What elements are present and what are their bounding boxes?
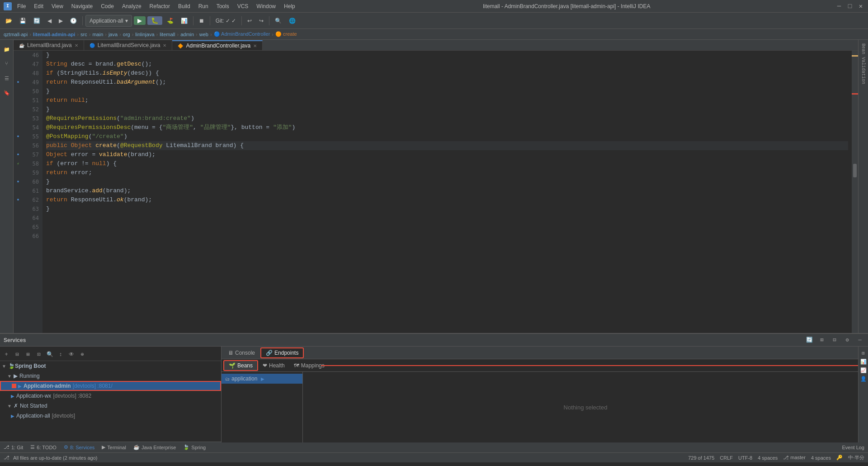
bt-spring[interactable]: 🍃 Spring <box>183 444 206 450</box>
beans-item-application[interactable]: 🗂 application ▶ <box>222 374 302 384</box>
bookmarks-icon[interactable]: 🔖 <box>1 87 13 99</box>
menu-file[interactable]: File <box>14 0 28 12</box>
tree-app-admin[interactable]: ▶ Application-admin [devtools] :8081/ <box>0 381 221 391</box>
panel-btn-3[interactable]: 📈 <box>860 367 867 373</box>
tree-app-wx[interactable]: ▶ Application-wx [devtools] :8082 <box>0 391 221 401</box>
toolbar-refresh[interactable]: 🔄 <box>31 15 43 27</box>
toolbar-back[interactable]: ◀ <box>45 15 54 27</box>
close-tab-admin-brand-controller[interactable]: ✕ <box>253 43 257 48</box>
menu-edit[interactable]: Edit <box>31 0 46 12</box>
minimize-button[interactable]: ─ <box>835 3 843 10</box>
debug-button[interactable]: 🐛 <box>147 16 162 25</box>
encoding-indicator[interactable]: UTF-8 <box>738 455 752 461</box>
run-config-dropdown[interactable]: Application-all ▾ <box>85 15 132 27</box>
toolbar-stop[interactable]: ⏹ <box>196 15 207 27</box>
bt-java-enterprise[interactable]: ☕ Java Enterprise <box>133 444 176 450</box>
tree-expand-btn[interactable]: ⊞ <box>24 350 33 359</box>
toolbar-translate[interactable]: 🌐 <box>286 15 298 27</box>
bc-linlinjava[interactable]: linlinjava <box>135 32 154 37</box>
code-content[interactable]: } String desc = brand.getDesc(); if (Str… <box>42 51 852 333</box>
services-expand-btn[interactable]: ⊟ <box>830 336 839 345</box>
bt-terminal[interactable]: ▶ Terminal <box>102 444 126 450</box>
commit-icon[interactable]: ⑂ <box>1 58 13 70</box>
bc-qztmall[interactable]: qztmall-api <box>4 32 28 37</box>
bc-controller[interactable]: 🔵 AdminBrandController <box>214 31 270 37</box>
bt-services[interactable]: ⚙ 8: Services <box>64 444 94 450</box>
toolbar-recent[interactable]: 🕐 <box>67 15 80 27</box>
services-refresh-btn[interactable]: 🔄 <box>805 336 814 345</box>
tree-spring-boot[interactable]: ▼ 🍃 Spring Boot <box>0 361 221 371</box>
tree-view-btn[interactable]: 👁 <box>67 350 76 359</box>
toolbar-undo[interactable]: ↩ <box>245 15 255 27</box>
bt-git[interactable]: ⎇ 1: Git <box>4 444 23 450</box>
tree-not-started[interactable]: ▼ ✗ Not Started <box>0 401 221 411</box>
bc-main[interactable]: main <box>92 32 103 37</box>
tab-console[interactable]: 🖥 Console <box>223 347 259 358</box>
toolbar-profile[interactable]: 📊 <box>178 15 190 27</box>
beans-play-btn[interactable]: ▶ <box>261 376 264 381</box>
menu-run[interactable]: Run <box>196 0 211 12</box>
tree-collapse-btn[interactable]: ⊟ <box>13 350 22 359</box>
tab-health[interactable]: ❤ Health <box>258 360 289 371</box>
indent-indicator[interactable]: 4 spaces <box>758 455 778 461</box>
tree-add-btn[interactable]: + <box>2 350 11 359</box>
tree-add2-btn[interactable]: ⊕ <box>78 350 87 359</box>
services-hide-btn[interactable]: ─ <box>855 336 864 345</box>
menu-refactor[interactable]: Refactor <box>147 0 173 12</box>
structure-icon[interactable]: ☰ <box>1 72 13 84</box>
tree-split-btn[interactable]: ⊡ <box>34 350 43 359</box>
tree-sort-btn[interactable]: ↕ <box>56 350 65 359</box>
line-col-indicator[interactable]: 729 of 1475 <box>688 455 714 461</box>
tab-beans[interactable]: 🌱 Beans <box>223 360 258 371</box>
tab-litemall-brand[interactable]: ☕ LitemallBrand.java ✕ <box>14 40 84 50</box>
ant-validation-icon[interactable]: Bean Validation <box>861 43 866 84</box>
editor-scrollbar[interactable] <box>852 51 858 333</box>
bc-src[interactable]: src <box>80 32 87 37</box>
menu-vcs[interactable]: VCS <box>235 0 251 12</box>
branch-name[interactable]: ⎇ master <box>783 455 806 461</box>
bt-event-log[interactable]: Event Log <box>842 445 864 450</box>
bc-java[interactable]: java <box>108 32 118 37</box>
panel-btn-4[interactable]: 👤 <box>860 376 867 382</box>
tab-endpoints[interactable]: 🔗 Endpoints <box>260 347 304 358</box>
toolbar-forward[interactable]: ▶ <box>56 15 66 27</box>
toolbar-coverage[interactable]: ⛳ <box>164 15 176 27</box>
menu-view[interactable]: View <box>49 0 66 12</box>
bc-admin-api[interactable]: litemall-admin-api <box>33 32 75 37</box>
tree-app-all[interactable]: ▶ Application-all [devtools] <box>0 411 221 421</box>
menu-code[interactable]: Code <box>98 0 117 12</box>
services-settings-btn[interactable]: ⚙ <box>843 336 852 345</box>
scrollbar-thumb[interactable] <box>853 164 857 177</box>
tree-running[interactable]: ▼ ▶ Running <box>0 371 221 381</box>
close-tab-brand-service[interactable]: ✕ <box>163 43 166 48</box>
bc-org[interactable]: org <box>123 32 130 37</box>
close-button[interactable]: ✕ <box>857 3 864 10</box>
bc-litemall[interactable]: litemall <box>160 32 175 37</box>
toolbar-git[interactable]: Git: ✓ ✓ <box>213 15 239 27</box>
menu-build[interactable]: Build <box>175 0 193 12</box>
close-tab-litemall-brand[interactable]: ✕ <box>75 43 78 48</box>
services-group-btn[interactable]: ⊞ <box>817 336 826 345</box>
tab-admin-brand-controller[interactable]: 🔶 AdminBrandController.java ✕ <box>172 40 263 50</box>
toolbar-search[interactable]: 🔍 <box>272 15 284 27</box>
bt-todo[interactable]: ☰ 6: TODO <box>30 444 57 450</box>
menu-tools[interactable]: Tools <box>214 0 232 12</box>
tab-brand-service[interactable]: 🔵 LitemallBrandService.java ✕ <box>84 40 173 50</box>
toolbar-redo[interactable]: ↪ <box>256 15 266 27</box>
panel-btn-2[interactable]: 📊 <box>860 359 867 365</box>
run-button[interactable]: ▶ <box>134 16 146 25</box>
project-icon[interactable]: 📁 <box>1 43 13 55</box>
menu-analyze[interactable]: Analyze <box>119 0 144 12</box>
menu-navigate[interactable]: Navigate <box>69 0 95 12</box>
menu-help[interactable]: Help <box>281 0 298 12</box>
bc-web[interactable]: web <box>199 32 208 37</box>
bc-admin[interactable]: admin <box>180 32 194 37</box>
toolbar-open[interactable]: 📂 <box>3 15 15 27</box>
tree-filter-btn[interactable]: 🔍 <box>45 350 54 359</box>
menu-window[interactable]: Window <box>254 0 278 12</box>
toolbar-save[interactable]: 💾 <box>17 15 29 27</box>
bc-create[interactable]: 🟠 create <box>275 31 297 37</box>
crlf-indicator[interactable]: CRLF <box>720 455 733 461</box>
maximize-button[interactable]: □ <box>846 3 854 10</box>
panel-btn-1[interactable]: ⊞ <box>862 350 865 356</box>
